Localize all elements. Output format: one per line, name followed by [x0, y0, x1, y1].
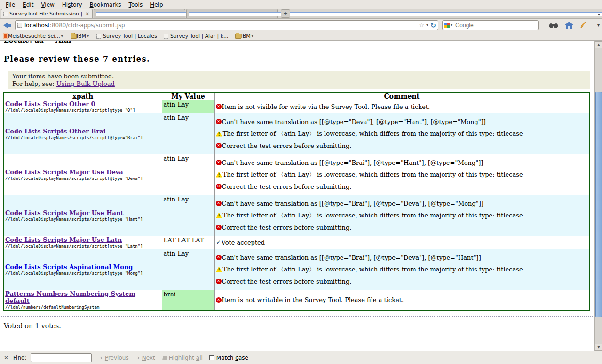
comment-text: Item is not visible for write via the Su…: [222, 103, 430, 110]
reload-icon[interactable]: ↻: [430, 22, 436, 29]
comment-text: Vote accepted: [222, 239, 265, 246]
table-row: Code Lists Scripts Major Use Hant//ldml/…: [4, 195, 589, 236]
xpath-link[interactable]: Code Lists Scripts Other 0: [5, 101, 95, 108]
highlight-all-button[interactable]: Highlight all: [169, 355, 203, 361]
review-table: xpathMy ValueComment Code Lists Scripts …: [3, 92, 590, 311]
xpath-string: //ldml/localeDisplayNames/scripts/script…: [5, 108, 161, 113]
notice-line-2: For help, see: Using Bulk Upload: [12, 80, 586, 88]
tab-close-icon[interactable]: ✕: [85, 11, 90, 16]
folder-icon: [235, 34, 241, 39]
bookmark-5[interactable]: IBM▾: [235, 33, 254, 39]
bookmark-4[interactable]: Survey Tool | Afar | k...: [164, 33, 229, 39]
xpath-link[interactable]: Code Lists Scripts Major Use Deva: [5, 169, 123, 176]
comment-text: Can't have same translation as [[@type="…: [222, 254, 481, 261]
search-bar[interactable]: ▾: [442, 20, 539, 30]
comment-text: Correct the test errors before submittin…: [222, 224, 352, 231]
tab-1[interactable]: SurveyTool File Submission | ...✕: [1, 9, 93, 18]
menu-view[interactable]: View: [37, 1, 58, 8]
chevron-down-icon[interactable]: ▾: [61, 34, 63, 38]
bookmark-2[interactable]: IBM▾: [71, 33, 90, 39]
find-close-icon[interactable]: ✕: [4, 355, 8, 361]
xpath-cell: Patterns Numbers Numbering System defaul…: [4, 290, 162, 310]
most-visited-icon: [3, 33, 8, 39]
bookmark-star-icon[interactable]: ☆: [419, 22, 425, 29]
back-button[interactable]: [2, 21, 12, 30]
xpath-link[interactable]: Patterns Numbers Numbering System defaul…: [5, 290, 135, 304]
page-title: Please review these 7 entries.: [4, 54, 594, 63]
vertical-scrollbar[interactable]: ▲ ▼: [594, 41, 602, 351]
checkbox-icon[interactable]: [209, 355, 214, 360]
comment-line: !The first letter of 〈atin-Lay〉 is lower…: [216, 265, 588, 274]
column-header: xpath: [4, 92, 162, 100]
xpath-cell: Code Lists Scripts Aspirational Mong//ld…: [4, 249, 162, 290]
error-icon: ✕: [216, 255, 222, 260]
match-case-checkbox[interactable]: Match case: [209, 355, 248, 361]
menu-edit[interactable]: Edit: [19, 1, 37, 8]
find-previous-button[interactable]: ‹Previous: [100, 354, 129, 361]
warning-icon: !: [216, 172, 222, 178]
xpath-link[interactable]: Code Lists Scripts Major Use Hant: [5, 209, 123, 217]
menu-help[interactable]: Help: [146, 1, 166, 8]
scroll-up-icon[interactable]: ▲: [595, 41, 602, 48]
column-header: My Value: [162, 92, 214, 100]
find-input[interactable]: [31, 353, 92, 362]
menu-history[interactable]: History: [58, 1, 86, 8]
warning-icon: !: [216, 267, 222, 272]
scroll-down-icon[interactable]: ▼: [595, 344, 602, 351]
list-all-tabs-icon[interactable]: ▾: [598, 12, 600, 17]
menu-tools[interactable]: Tools: [125, 1, 147, 8]
tab-2[interactable]: Bulk Data Upload - CLDR - Un...✕: [94, 9, 185, 18]
find-next-button[interactable]: ›Next: [137, 354, 155, 361]
menu-bookmarks[interactable]: Bookmarks: [86, 1, 125, 8]
new-tab-button[interactable]: +: [281, 9, 290, 18]
warning-icon: !: [216, 131, 222, 137]
comment-line: !The first letter of 〈atin-Lay〉 is lower…: [216, 130, 588, 138]
xpath-link[interactable]: Code Lists Scripts Major Use Latn: [5, 236, 122, 243]
quill-icon[interactable]: [580, 22, 587, 29]
value-cell: LAT LAT LAT: [162, 236, 214, 249]
placeholder-favicon: [164, 34, 168, 39]
comment-line: ✕Can't have same translation as [[@type=…: [216, 254, 588, 261]
tab-strip: SurveyTool File Submission | ...✕Bulk Da…: [0, 9, 602, 19]
comment-text: The first letter of 〈atin-Lay〉 is lowerc…: [223, 130, 523, 138]
notice-help-prefix: For help, see:: [12, 80, 56, 87]
url-text[interactable]: localhost:8080/cldr-apps/submit.jsp: [24, 22, 418, 29]
table-row: Code Lists Scripts Major Use Latn//ldml/…: [4, 236, 589, 249]
table-row: Code Lists Scripts Other Brai//ldml/loca…: [4, 113, 589, 154]
xpath-string: //ldml/localeDisplayNames/scripts/script…: [5, 271, 161, 276]
scrollbar-thumb[interactable]: [595, 92, 602, 317]
bookmark-3[interactable]: Survey Tool | Locales: [96, 33, 157, 39]
xpath-link[interactable]: Code Lists Scripts Aspirational Mong: [5, 263, 133, 271]
placeholder-favicon: [3, 12, 8, 16]
bookmark-label: IBM: [77, 33, 86, 39]
using-bulk-upload-link[interactable]: Using Bulk Upload: [56, 80, 115, 87]
find-label: Find:: [13, 355, 27, 361]
url-dropdown-icon[interactable]: ▾: [426, 23, 428, 27]
url-bar[interactable]: localhost:8080/cldr-apps/submit.jsp ☆ ▾ …: [15, 20, 438, 30]
placeholder-favicon: [17, 23, 22, 28]
comment-line: ✕Correct the test errors before submitti…: [216, 142, 588, 149]
comment-cell: ✕Item is not visible for write via the S…: [214, 100, 589, 113]
xpath-string: //ldml/localeDisplayNames/scripts/script…: [5, 244, 161, 248]
comment-text: Can't have same translation as [[@type="…: [222, 118, 486, 125]
heading-rule: [0, 45, 594, 45]
comment-text: The first letter of 〈atin-Lay〉 is lowerc…: [223, 170, 523, 179]
bookmark-label: Survey Tool | Locales: [103, 33, 157, 39]
search-input[interactable]: [455, 22, 536, 29]
toolbar-overflow-icon[interactable]: ▾: [597, 23, 600, 28]
comment-cell: ✕Can't have same translation as [[@type=…: [214, 249, 589, 290]
browser-chrome: FileEditViewHistoryBookmarksToolsHelp Su…: [0, 0, 602, 41]
find-binoculars-icon[interactable]: [549, 22, 558, 29]
bookmark-1[interactable]: Meistbesuchte Sei...▾: [3, 33, 64, 39]
menu-bar: FileEditViewHistoryBookmarksToolsHelp: [0, 0, 602, 9]
menu-file[interactable]: File: [2, 1, 19, 8]
chevron-down-icon[interactable]: ▾: [252, 34, 253, 38]
value-cell: atin-Lay: [162, 249, 214, 290]
home-icon[interactable]: [565, 22, 573, 29]
xpath-link[interactable]: Code Lists Scripts Other Brai: [5, 128, 106, 135]
xpath-string: //ldml/numbers/defaultNumberingSystem: [5, 305, 161, 310]
tab-3[interactable]: Bulk Data Upload - CLDR - Un...✕: [186, 9, 278, 18]
table-row: Code Lists Scripts Other 0//ldml/localeD…: [4, 100, 589, 113]
search-engine-dropdown-icon[interactable]: ▾: [451, 23, 452, 27]
chevron-down-icon[interactable]: ▾: [87, 34, 89, 38]
